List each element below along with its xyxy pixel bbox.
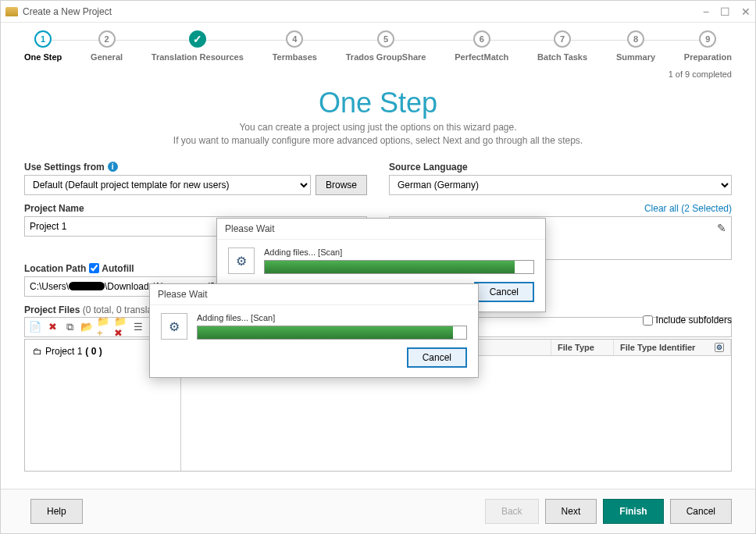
close-icon[interactable]: ✕ xyxy=(741,5,751,18)
step-label: Batch Tasks xyxy=(537,52,587,62)
step-1[interactable]: 1One Step xyxy=(24,30,62,62)
step-circle: ✓ xyxy=(189,30,206,48)
window-controls: − ☐ ✕ xyxy=(703,5,751,18)
wizard-footer: Help Back Next Finish Cancel xyxy=(1,489,755,533)
gear-icon[interactable]: ⚙ xyxy=(715,343,724,352)
menu-icon[interactable]: ☰ xyxy=(131,320,145,334)
back-button[interactable]: Back xyxy=(485,499,539,524)
gear-icon: ⚙ xyxy=(161,313,187,340)
dialog-message: Adding files... [Scan] xyxy=(264,247,534,257)
wizard-progress-text: 1 of 9 completed xyxy=(1,66,755,79)
step-2[interactable]: 2General xyxy=(91,30,123,62)
gear-icon: ⚙ xyxy=(228,247,255,274)
include-subfolders-checkbox[interactable]: Include subfolders xyxy=(643,315,732,326)
col-filetype[interactable]: File Type xyxy=(551,340,614,355)
remove-file-icon[interactable]: ✖ xyxy=(45,320,59,334)
open-folder-icon[interactable]: 📂 xyxy=(80,320,94,334)
create-project-window: Create a New Project − ☐ ✕ 1One Step2Gen… xyxy=(0,0,756,534)
step-label: PerfectMatch xyxy=(455,52,508,62)
step-circle: 4 xyxy=(286,30,303,48)
app-icon xyxy=(5,7,18,16)
step-circle: 1 xyxy=(34,30,52,48)
step-circle: 6 xyxy=(473,30,490,48)
source-language-label: Source Language xyxy=(389,162,732,173)
step-label: One Step xyxy=(24,52,62,62)
next-button[interactable]: Next xyxy=(545,499,597,524)
titlebar: Create a New Project − ☐ ✕ xyxy=(1,1,755,23)
project-name-label: Project Name xyxy=(24,203,367,214)
progress-bar xyxy=(197,326,467,340)
add-file-icon[interactable]: 📄 xyxy=(28,320,42,334)
finish-button[interactable]: Finish xyxy=(603,499,663,524)
step-label: Preparation xyxy=(684,52,732,62)
step-3[interactable]: ✓Translation Resources xyxy=(152,30,244,62)
page-subtitle: You can create a project using just the … xyxy=(24,121,732,148)
dialog-cancel-button[interactable]: Cancel xyxy=(474,282,534,302)
step-circle: 7 xyxy=(554,30,571,48)
progress-bar xyxy=(264,260,534,274)
step-9[interactable]: 9Preparation xyxy=(684,30,732,62)
step-6[interactable]: 6PerfectMatch xyxy=(455,30,508,62)
add-folder-icon[interactable]: 📁+ xyxy=(97,320,111,334)
dialog-message: Adding files... [Scan] xyxy=(197,313,467,322)
page-title: One Step xyxy=(24,87,732,119)
step-label: Summary xyxy=(616,52,655,62)
remove-folder-icon[interactable]: 📁✖ xyxy=(114,320,128,334)
copy-icon[interactable]: ⧉ xyxy=(62,320,77,334)
redacted-username xyxy=(69,282,105,290)
edit-icon[interactable]: ✎ xyxy=(717,222,726,234)
autofill-checkbox[interactable]: Autofill xyxy=(89,263,134,274)
step-circle: 9 xyxy=(699,30,716,48)
col-file-type-identifier[interactable]: File Type Identifier ⚙ xyxy=(614,340,731,355)
step-label: Termbases xyxy=(273,52,317,62)
window-title: Create a New Project xyxy=(23,6,112,17)
folder-icon: 🗀 xyxy=(33,346,42,357)
maximize-icon[interactable]: ☐ xyxy=(720,5,730,18)
step-8[interactable]: 8Summary xyxy=(616,30,655,62)
settings-from-select[interactable]: Default (Default project template for ne… xyxy=(24,175,311,195)
help-button[interactable]: Help xyxy=(30,499,83,524)
minimize-icon[interactable]: − xyxy=(703,5,709,18)
step-label: General xyxy=(91,52,123,62)
step-circle: 8 xyxy=(627,30,644,48)
clear-all-link[interactable]: Clear all (2 Selected) xyxy=(389,203,732,214)
settings-from-label: Use Settings from i xyxy=(24,162,367,173)
step-circle: 2 xyxy=(98,30,116,48)
step-label: Trados GroupShare xyxy=(346,52,426,62)
dialog-cancel-button[interactable]: Cancel xyxy=(407,347,467,368)
dialog-title: Please Wait xyxy=(217,219,545,240)
dialog-title: Please Wait xyxy=(150,284,478,305)
step-7[interactable]: 7Batch Tasks xyxy=(537,30,587,62)
step-label: Translation Resources xyxy=(152,52,244,62)
wizard-stepper: 1One Step2General✓Translation Resources4… xyxy=(1,23,755,66)
step-circle: 5 xyxy=(377,30,394,48)
cancel-button[interactable]: Cancel xyxy=(670,499,732,524)
step-4[interactable]: 4Termbases xyxy=(273,30,317,62)
step-5[interactable]: 5Trados GroupShare xyxy=(346,30,426,62)
source-language-select[interactable]: German (Germany) xyxy=(389,175,732,195)
browse-button[interactable]: Browse xyxy=(316,175,367,195)
please-wait-dialog-2: Please Wait ⚙ Adding files... [Scan] Can… xyxy=(149,283,479,378)
info-icon[interactable]: i xyxy=(108,162,118,172)
